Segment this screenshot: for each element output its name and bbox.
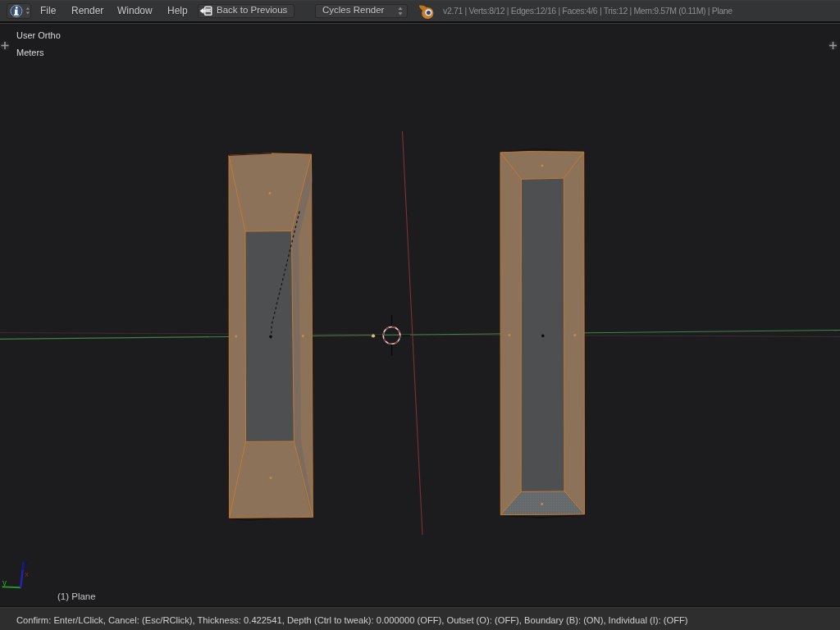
svg-text:y: y — [2, 578, 7, 587]
svg-text:x: x — [25, 570, 30, 578]
svg-text:z: z — [25, 559, 29, 568]
